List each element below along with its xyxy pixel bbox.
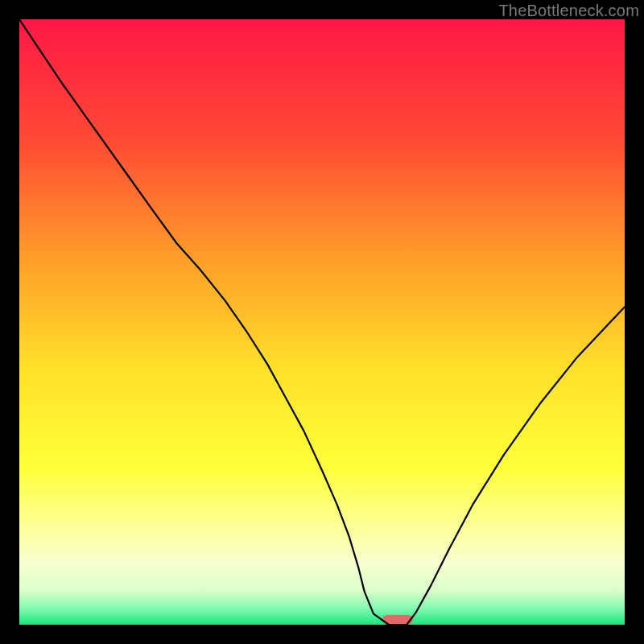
watermark-text: TheBottleneck.com [498,2,639,20]
gradient-background [19,19,625,625]
chart-container: TheBottleneck.com [0,0,644,644]
bottleneck-chart [19,19,625,625]
plot-area [19,19,625,625]
